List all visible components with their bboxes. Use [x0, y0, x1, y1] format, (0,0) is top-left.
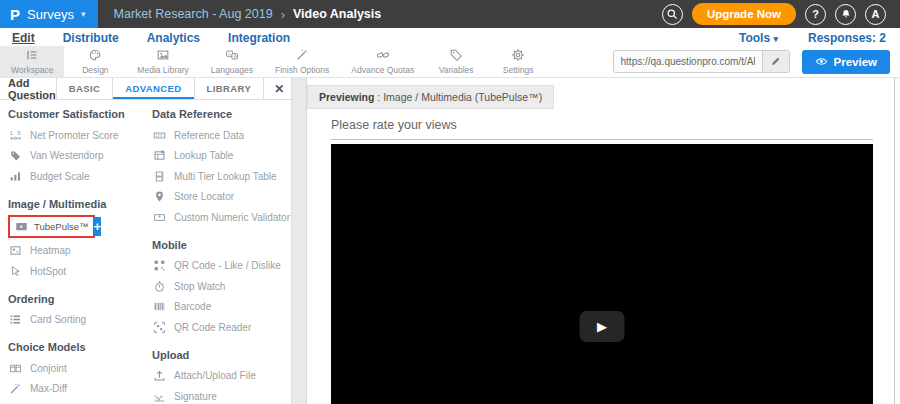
section-data-reference: Data Reference123Reference DataLookup Ta…	[152, 108, 290, 228]
panel-column-2: Data Reference123Reference DataLookup Ta…	[152, 102, 290, 404]
search-button[interactable]	[662, 4, 683, 25]
price-tag-icon	[8, 149, 23, 162]
question-type-card-sorting[interactable]: Card Sorting	[8, 310, 144, 331]
play-button[interactable]: ▶	[580, 311, 625, 342]
toolbar-item-label: Workspace	[11, 65, 53, 75]
toolbar-design[interactable]: Design	[64, 46, 126, 77]
svg-text:x: x	[154, 393, 156, 398]
survey-toolbar: WorkspaceDesignMedia LibraryxALanguagesF…	[0, 46, 900, 78]
question-type-conjoint[interactable]: Conjoint	[8, 358, 144, 379]
breadcrumb: Market Research - Aug 2019 › Video Analy…	[114, 7, 382, 22]
tab-library[interactable]: LIBRARY	[194, 78, 264, 99]
edit-url-button[interactable]	[762, 51, 789, 72]
video-player[interactable]: ▶	[331, 144, 873, 404]
toolbar-settings[interactable]: Settings	[487, 46, 549, 77]
section-header: Choice Models	[8, 341, 144, 353]
question-type-reference-data[interactable]: 123Reference Data	[152, 125, 290, 146]
primary-nav-items: EditDistributeAnalyticsIntegration	[12, 31, 290, 45]
video-icon	[14, 220, 29, 233]
question-type-lookup-table[interactable]: Lookup Table	[152, 146, 290, 167]
svg-text:*: *	[158, 213, 161, 222]
panel-body: Customer Satisfaction15Net Promoter Scor…	[0, 100, 291, 404]
question-type-van-westendorp[interactable]: Van Westendorp	[8, 146, 144, 167]
question-type-label: TubePulse™	[34, 221, 89, 232]
question-type-heatmap[interactable]: Heatmap	[8, 241, 144, 262]
survey-url-input[interactable]	[614, 51, 762, 72]
question-type-budget-scale[interactable]: Budget Scale	[8, 166, 144, 187]
svg-text:x: x	[228, 51, 231, 56]
question-type-label: QR Code - Like / Dislike	[174, 260, 281, 271]
previewing-chip: Previewing : Image / Multimedia (TubePul…	[307, 85, 554, 109]
multi-tier-icon	[152, 170, 167, 183]
notifications-button[interactable]	[835, 4, 856, 25]
question-type-label: Budget Scale	[30, 171, 90, 182]
eye-icon	[815, 55, 828, 68]
toolbar-media-library[interactable]: Media Library	[126, 46, 200, 77]
help-button[interactable]: ?	[805, 4, 826, 25]
topbar: P Surveys ▾ Market Research - Aug 2019 ›…	[0, 0, 900, 28]
question-type-max-diff[interactable]: Max-Diff	[8, 379, 144, 400]
variables-icon	[449, 48, 463, 64]
question-type-qr-code-like-dislike[interactable]: QR Code - Like / Dislike	[152, 256, 290, 277]
avatar[interactable]: A	[865, 4, 886, 25]
section-choice-models: Choice ModelsConjointMax-Diff	[8, 341, 144, 399]
close-panel-button[interactable]: ✕	[263, 78, 294, 99]
main-area: Add Question BASICADVANCEDLIBRARY ✕ Cust…	[0, 78, 900, 404]
question-type-custom-numeric-validator[interactable]: *Custom Numeric Validator	[152, 207, 290, 228]
panel-tabs: BASICADVANCEDLIBRARY	[56, 78, 264, 99]
question-type-stop-watch[interactable]: Stop Watch	[152, 276, 290, 297]
toolbar-advance-quotas[interactable]: Advance Quotas	[340, 46, 425, 77]
settings-icon	[511, 48, 525, 64]
budget-scale-icon	[8, 170, 23, 183]
nav-analytics[interactable]: Analytics	[147, 31, 200, 45]
add-question-button[interactable]: +	[94, 217, 102, 236]
tools-menu[interactable]: Tools ▾	[739, 31, 778, 45]
panel-title: Add Question	[0, 78, 56, 99]
nav-edit[interactable]: Edit	[12, 31, 35, 45]
questionpro-logo-icon: P	[10, 6, 20, 23]
breadcrumb-survey-name[interactable]: Market Research - Aug 2019	[114, 7, 273, 21]
question-type-signature[interactable]: xSignature	[152, 386, 290, 404]
languages-icon: xA	[225, 48, 239, 64]
upgrade-button[interactable]: Upgrade Now	[692, 3, 796, 25]
toolbar-workspace[interactable]: Workspace	[0, 46, 64, 77]
nav-integration[interactable]: Integration	[228, 31, 290, 45]
toolbar-languages[interactable]: xALanguages	[200, 46, 264, 77]
preview-pane: Previewing : Image / Multimedia (TubePul…	[307, 78, 900, 404]
question-type-qr-code-reader[interactable]: QR Code Reader	[152, 317, 290, 338]
nav-distribute[interactable]: Distribute	[63, 31, 119, 45]
tab-basic[interactable]: BASIC	[56, 78, 113, 99]
play-icon: ▶	[597, 320, 607, 333]
responses-link[interactable]: Responses: 2	[808, 31, 886, 45]
question-type-label: Net Promoter Score	[30, 130, 118, 141]
svg-text:5: 5	[18, 129, 21, 135]
question-type-multi-tier-lookup-table[interactable]: Multi Tier Lookup Table	[152, 166, 290, 187]
section-header: Mobile	[152, 239, 290, 251]
close-icon: ✕	[274, 82, 284, 96]
question-type-tubepulse[interactable]: TubePulse™+	[8, 215, 95, 238]
question-type-barcode[interactable]: Barcode	[152, 297, 290, 318]
chevron-down-icon: ▾	[773, 34, 778, 44]
toolbar-item-label: Settings	[503, 65, 534, 75]
question-type-attach-upload-file[interactable]: Attach/Upload File	[152, 366, 290, 387]
toolbar-item-label: Languages	[211, 65, 253, 75]
product-switcher[interactable]: P Surveys ▾	[0, 0, 98, 28]
toolbar-variables[interactable]: Variables	[425, 46, 487, 77]
breadcrumb-current: Video Analysis	[293, 7, 381, 21]
question-type-hotspot[interactable]: HotSpot	[8, 261, 144, 282]
finish-options-icon	[295, 48, 309, 64]
preview-button[interactable]: Preview	[802, 50, 890, 74]
section-header: Ordering	[8, 293, 144, 305]
svg-text:123: 123	[156, 133, 163, 138]
search-icon	[666, 8, 678, 20]
barcode-icon	[152, 300, 167, 313]
toolbar-finish-options[interactable]: Finish Options	[264, 46, 340, 77]
panel-scrollbar[interactable]	[292, 78, 307, 404]
question-type-net-promoter-score[interactable]: 15Net Promoter Score	[8, 125, 144, 146]
question-type-store-locator[interactable]: Store Locator	[152, 187, 290, 208]
lookup-table-icon	[152, 149, 167, 162]
tab-advanced[interactable]: ADVANCED	[112, 78, 193, 99]
survey-url-group	[613, 50, 790, 73]
stopwatch-icon	[152, 280, 167, 293]
toolbar-items: WorkspaceDesignMedia LibraryxALanguagesF…	[0, 46, 549, 77]
